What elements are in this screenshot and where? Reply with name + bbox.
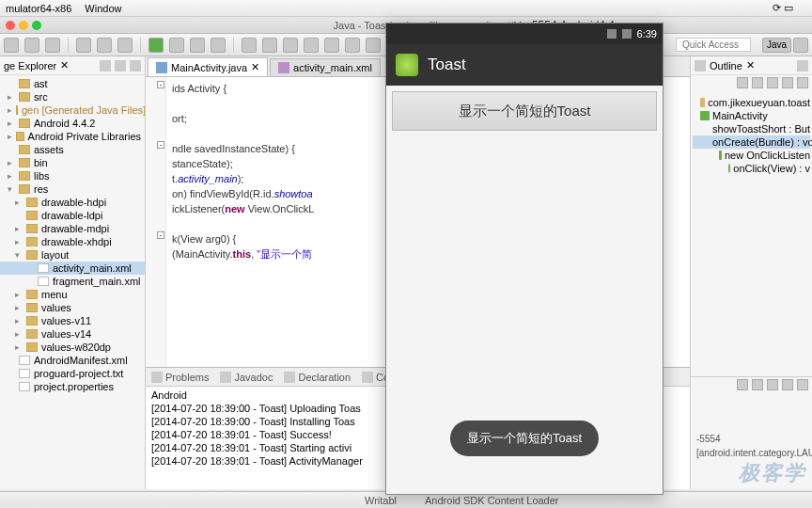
- tree-item[interactable]: proguard-project.txt: [0, 367, 145, 380]
- toast-message: 显示一个简短的Toast: [450, 421, 599, 456]
- toolbar-button[interactable]: [262, 38, 277, 53]
- app-icon: [396, 54, 418, 76]
- tree-item[interactable]: assets: [0, 143, 145, 156]
- project-tree[interactable]: ast▸src▸gen [Generated Java Files]▸Andro…: [0, 75, 145, 489]
- clock: 6:39: [637, 28, 657, 40]
- outline-item[interactable]: new OnClickListen: [693, 149, 810, 162]
- android-emulator: 6:39 Toast 显示一个简短的Toast 显示一个简短的Toast: [385, 23, 664, 495]
- outline-icon: [695, 60, 706, 71]
- right-pane: Outline ✕ com.jikexueyuan.toastMainActiv…: [690, 56, 812, 489]
- tree-item[interactable]: ▸libs: [0, 169, 145, 183]
- tree-item[interactable]: ▾layout: [0, 248, 145, 262]
- outline-tree[interactable]: com.jikexueyuan.toastMainActivityshowToa…: [691, 92, 812, 179]
- outline-item[interactable]: com.jikexueyuan.toast: [693, 96, 810, 109]
- outline-item[interactable]: onCreate(Bundle) : vo: [693, 135, 810, 149]
- toolbar-button[interactable]: [117, 38, 133, 53]
- tab-javadoc[interactable]: Javadoc: [220, 372, 273, 383]
- quick-access-input[interactable]: [676, 38, 751, 52]
- tree-item[interactable]: drawable-ldpi: [0, 209, 145, 222]
- tree-item[interactable]: ▸values-v11: [0, 314, 145, 327]
- outline-item[interactable]: MainActivity: [693, 109, 810, 122]
- tab-mainactivity[interactable]: MainActivity.java✕: [148, 57, 268, 76]
- android-actionbar: Toast: [386, 44, 663, 86]
- tree-item[interactable]: ▸menu: [0, 288, 145, 301]
- signal-icon: [607, 29, 617, 39]
- tree-item[interactable]: ▾res: [0, 183, 145, 196]
- outline-tool[interactable]: [782, 77, 793, 88]
- link-icon[interactable]: [115, 60, 126, 71]
- watermark: 极客学: [739, 459, 806, 487]
- outline-title: Outline: [710, 60, 742, 71]
- intent-info: [android.intent.category.LAUNCH: [691, 446, 812, 460]
- tree-item[interactable]: fragment_main.xml: [0, 275, 145, 288]
- tree-item[interactable]: activity_main.xml: [0, 262, 145, 275]
- status-loader: Android SDK Content Loader: [425, 495, 558, 506]
- rp-tool[interactable]: [767, 379, 778, 390]
- outline-tool[interactable]: [737, 77, 748, 88]
- android-statusbar: 6:39: [386, 24, 663, 44]
- menu-window[interactable]: Window: [85, 3, 121, 14]
- tree-item[interactable]: ast: [0, 77, 145, 90]
- tree-item[interactable]: ▸src: [0, 90, 145, 103]
- rp-tool[interactable]: [797, 379, 808, 390]
- run-button[interactable]: [148, 38, 164, 53]
- fold-icon[interactable]: -: [157, 81, 164, 88]
- collapse-icon[interactable]: [100, 60, 111, 71]
- perspective-java[interactable]: Java: [762, 38, 791, 53]
- close-icon[interactable]: [6, 21, 15, 30]
- toolbar-button[interactable]: [97, 38, 112, 53]
- tree-item[interactable]: ▸drawable-xhdpi: [0, 235, 145, 248]
- toolbar-button[interactable]: [345, 38, 360, 53]
- menu-icon[interactable]: [797, 60, 808, 71]
- minimize-icon[interactable]: [19, 21, 28, 30]
- menu-right-icons: ⟳ ▭: [773, 2, 793, 14]
- outline-tool[interactable]: [767, 77, 778, 88]
- zoom-icon[interactable]: [32, 21, 41, 30]
- tree-item[interactable]: ▸drawable-mdpi: [0, 222, 145, 235]
- package-explorer-pane: ge Explorer ✕ ast▸src▸gen [Generated Jav…: [0, 56, 146, 489]
- toolbar-button[interactable]: [24, 38, 39, 53]
- app-body: 显示一个简短的Toast 显示一个简短的Toast: [386, 86, 663, 494]
- toolbar-button[interactable]: [76, 38, 91, 53]
- tree-item[interactable]: ▸drawable-hdpi: [0, 196, 145, 209]
- fold-icon[interactable]: -: [157, 141, 164, 149]
- perspective-other[interactable]: [793, 38, 808, 53]
- outline-tool[interactable]: [752, 77, 763, 88]
- tree-item[interactable]: ▸bin: [0, 156, 145, 169]
- outline-tool[interactable]: [797, 77, 808, 88]
- rp-tool[interactable]: [782, 379, 793, 390]
- tree-item[interactable]: ▸Android Private Libraries: [0, 130, 145, 143]
- pane-title: ge Explorer: [4, 60, 56, 71]
- toolbar-button[interactable]: [283, 38, 298, 53]
- tab-activitymain-xml[interactable]: activity_main.xml: [270, 58, 381, 76]
- toolbar-button[interactable]: [190, 38, 205, 53]
- tree-item[interactable]: ▸Android 4.4.2: [0, 117, 145, 130]
- toolbar-button[interactable]: [324, 38, 339, 53]
- toolbar-button[interactable]: [304, 38, 319, 53]
- outline-item[interactable]: onClick(View) : v: [693, 162, 810, 175]
- app-title: Toast: [428, 56, 466, 74]
- fold-icon[interactable]: -: [157, 231, 164, 239]
- tree-item[interactable]: ▸values-w820dp: [0, 341, 145, 354]
- toolbar-button[interactable]: [4, 38, 19, 53]
- debug-button[interactable]: [169, 38, 184, 53]
- tree-item[interactable]: AndroidManifest.xml: [0, 354, 145, 367]
- tab-problems[interactable]: Problems: [151, 372, 209, 383]
- rp-tool[interactable]: [737, 379, 748, 390]
- toolbar-button[interactable]: [366, 38, 381, 53]
- rp-tool[interactable]: [752, 379, 763, 390]
- toolbar-button[interactable]: [242, 38, 257, 53]
- tree-item[interactable]: ▸values: [0, 301, 145, 314]
- mac-menubar: mulator64-x86 Window ⟳ ▭: [0, 0, 812, 17]
- menu-app[interactable]: mulator64-x86: [6, 3, 71, 14]
- show-toast-button[interactable]: 显示一个简短的Toast: [392, 91, 657, 131]
- tree-item[interactable]: ▸values-v14: [0, 327, 145, 341]
- outline-item[interactable]: showToastShort : But: [693, 122, 810, 135]
- menu-icon[interactable]: [130, 60, 141, 71]
- status-writable: Writabl: [365, 495, 397, 506]
- tree-item[interactable]: project.properties: [0, 380, 145, 393]
- tree-item[interactable]: ▸gen [Generated Java Files]: [0, 103, 145, 117]
- toolbar-button[interactable]: [45, 38, 60, 53]
- tab-declaration[interactable]: Declaration: [284, 372, 351, 383]
- toolbar-button[interactable]: [211, 38, 226, 53]
